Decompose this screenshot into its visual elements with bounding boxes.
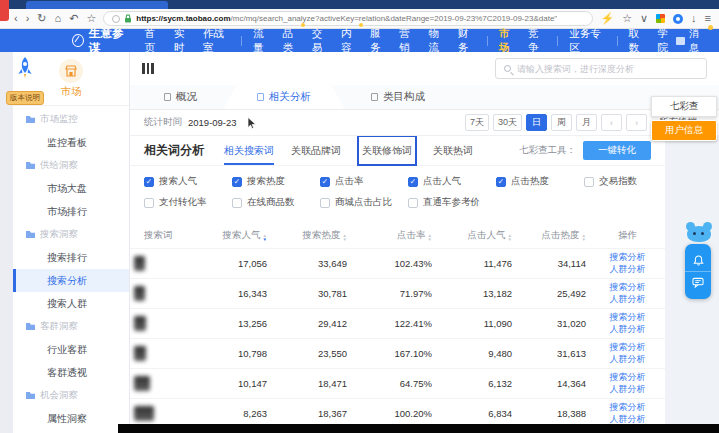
version-badge[interactable]: 版本说明 (6, 91, 44, 105)
period-prev-button[interactable]: ‹ (601, 114, 622, 131)
checkbox-checked[interactable]: ✓ (144, 177, 154, 187)
filter-点击热度[interactable]: ✓点击热度 (496, 175, 584, 188)
action-link-search-analysis[interactable]: 搜索分析 (594, 372, 661, 384)
column-header-点击热度[interactable]: 点击热度▲▼ (516, 222, 590, 249)
search-input[interactable] (517, 64, 698, 74)
action-link-crowd-analysis[interactable]: 人群分析 (594, 384, 661, 396)
reload-icon[interactable]: ↻ (37, 13, 46, 24)
tab-概况[interactable]: 概况 (138, 85, 223, 109)
sidebar-item-客群洞察[interactable]: 客群洞察 (13, 315, 129, 338)
filter-在线商品数[interactable]: 在线商品数 (232, 196, 320, 209)
checkbox-checked[interactable]: ✓ (320, 177, 330, 187)
checkbox-unchecked[interactable] (408, 198, 418, 208)
sort-icon[interactable]: ▲▼ (428, 234, 432, 242)
overlay-item-user-info[interactable]: 用户信息 (651, 120, 717, 141)
checkbox-unchecked[interactable] (584, 177, 594, 187)
action-link-search-analysis[interactable]: 搜索分析 (594, 402, 661, 414)
period-日[interactable]: 日 (526, 114, 547, 131)
checkbox-checked[interactable]: ✓ (232, 177, 242, 187)
column-header-搜索人气[interactable]: 搜索人气▲▼ (200, 222, 271, 249)
sidebar-item-搜索排行[interactable]: 搜索排行 (13, 246, 129, 269)
checkbox-unchecked[interactable] (144, 198, 154, 208)
filter-交易指数[interactable]: 交易指数 (584, 175, 665, 188)
sidebar-item-客群透视[interactable]: 客群透视 (13, 361, 129, 384)
sort-icon[interactable]: ▲▼ (343, 234, 347, 242)
column-header-点击率[interactable]: 点击率▲▼ (351, 222, 436, 249)
period-30天[interactable]: 30天 (493, 114, 522, 131)
forward-icon[interactable]: › (26, 13, 30, 24)
filter-支付转化率[interactable]: 支付转化率 (144, 196, 232, 209)
filter-点击人气[interactable]: ✓点击人气 (408, 175, 496, 188)
period-周[interactable]: 周 (551, 114, 572, 131)
action-link-crowd-analysis[interactable]: 人群分析 (594, 354, 661, 366)
bookmark-icon[interactable]: ☆ (86, 13, 96, 24)
section-tab-关联品牌词[interactable]: 关联品牌词 (291, 136, 341, 165)
stats-date-value[interactable]: 2019-09-23 (188, 117, 237, 128)
filter-直通车参考价[interactable]: 直通车参考价 (408, 196, 496, 209)
action-link-crowd-analysis[interactable]: 人群分析 (594, 324, 661, 336)
market-module-icon (59, 59, 83, 83)
keyword-search-box[interactable] (495, 58, 707, 79)
action-link-search-analysis[interactable]: 搜索分析 (594, 252, 661, 264)
bell-icon[interactable] (685, 250, 711, 271)
sidebar-item-搜索洞察[interactable]: 搜索洞察 (13, 223, 129, 246)
section-tab-相关搜索词[interactable]: 相关搜索词 (224, 136, 274, 165)
sidebar-item-市场监控[interactable]: 市场监控 (13, 108, 129, 131)
one-key-convert-button[interactable]: 一键转化 (583, 141, 651, 160)
tab-label: 相关分析 (269, 90, 311, 104)
menu-icon[interactable]: ≡ (705, 13, 711, 24)
sidebar-item-监控看板[interactable]: 监控看板 (13, 131, 129, 154)
action-link-search-analysis[interactable]: 搜索分析 (594, 342, 661, 354)
action-link-crowd-analysis[interactable]: 人群分析 (594, 294, 661, 306)
column-header-搜索热度[interactable]: 搜索热度▲▼ (271, 222, 351, 249)
filter-label: 点击热度 (511, 175, 549, 188)
column-label: 点击率 (397, 229, 426, 240)
section-tab-关联修饰词[interactable]: 关联修饰词 (358, 136, 416, 165)
sidebar-item-搜索分析[interactable]: 搜索分析 (13, 269, 129, 292)
download-icon[interactable]: ↓ (691, 13, 697, 24)
sidebar-item-搜索人群[interactable]: 搜索人群 (13, 292, 129, 315)
sidebar-item-市场大盘[interactable]: 市场大盘 (13, 177, 129, 200)
section-tab-关联热词[interactable]: 关联热词 (433, 136, 473, 165)
action-link-crowd-analysis[interactable]: 人群分析 (594, 264, 661, 276)
sidebar-item-机会洞察[interactable]: 机会洞察 (13, 384, 129, 407)
sidebar-item-市场排行[interactable]: 市场排行 (13, 200, 129, 223)
action-link-search-analysis[interactable]: 搜索分析 (594, 312, 661, 324)
filter-搜索人气[interactable]: ✓搜索人气 (144, 175, 232, 188)
sidebar-item-属性洞察[interactable]: 属性洞察 (13, 407, 129, 430)
messages-entry[interactable]: 消息 (676, 27, 707, 55)
filter-点击率[interactable]: ✓点击率 (320, 175, 408, 188)
action-link-search-analysis[interactable]: 搜索分析 (594, 282, 661, 294)
mascot-icon[interactable] (686, 222, 712, 242)
version-float[interactable]: 版本说明 (3, 56, 47, 105)
sidebar-item-label: 市场监控 (40, 113, 78, 126)
history-icon[interactable]: ↶ (69, 13, 78, 24)
page-info-icon[interactable] (112, 15, 120, 23)
checkbox-unchecked[interactable] (320, 198, 330, 208)
checkbox-checked[interactable]: ✓ (408, 177, 418, 187)
period-月[interactable]: 月 (576, 114, 597, 131)
period-next-button[interactable]: › (626, 114, 647, 131)
column-header-操作: 操作 (590, 222, 665, 249)
metric-cell: 17,056 (200, 249, 271, 279)
tab-类目构成[interactable]: 类目构成 (345, 85, 451, 109)
period-7天[interactable]: 7天 (465, 114, 489, 131)
overlay-item-qicaicha[interactable]: 七彩查 (651, 96, 717, 117)
sidebar-item-供给洞察[interactable]: 供给洞察 (13, 154, 129, 177)
chat-icon[interactable] (685, 271, 711, 293)
sort-icon[interactable]: ▲▼ (263, 234, 267, 242)
app-logo[interactable]: 生意参谋 (72, 26, 131, 56)
sidebar-item-行业客群[interactable]: 行业客群 (13, 338, 129, 361)
browser-tab[interactable] (26, 1, 168, 9)
tab-相关分析[interactable]: 相关分析 (223, 85, 345, 109)
filter-搜索热度[interactable]: ✓搜索热度 (232, 175, 320, 188)
checkbox-checked[interactable]: ✓ (496, 177, 506, 187)
sort-icon[interactable]: ▲▼ (508, 234, 512, 242)
column-header-点击人气[interactable]: 点击人气▲▼ (436, 222, 516, 249)
filter-label: 交易指数 (599, 175, 637, 188)
back-icon[interactable]: ‹ (14, 13, 18, 24)
checkbox-unchecked[interactable] (232, 198, 242, 208)
home-icon[interactable]: ⌂ (55, 13, 62, 24)
filter-商城点击占比[interactable]: 商城点击占比 (320, 196, 408, 209)
sort-icon[interactable]: ▲▼ (582, 234, 586, 242)
